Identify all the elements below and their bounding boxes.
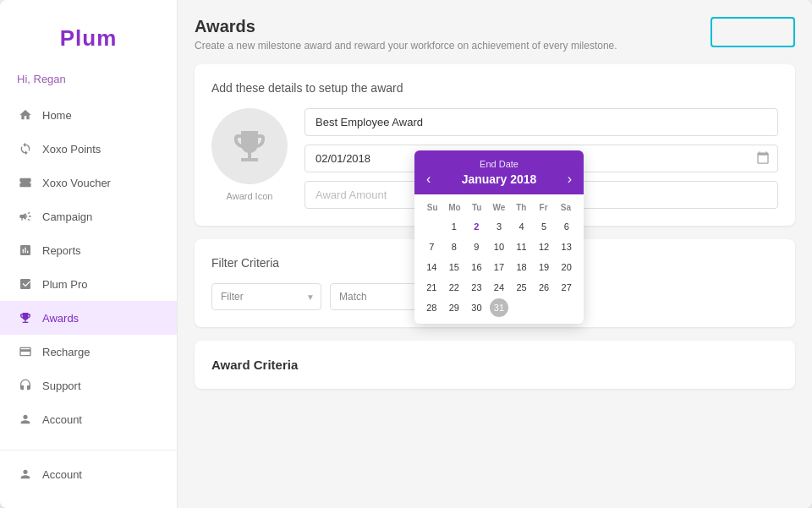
recharge-icon [17, 343, 34, 360]
cal-day-11[interactable]: 11 [513, 238, 531, 256]
cal-day-15[interactable]: 15 [445, 258, 464, 276]
sidebar-nav: Home Xoxo Points Xoxo Voucher Campaign [0, 98, 177, 450]
cal-day-5[interactable]: 5 [535, 217, 553, 236]
calendar-popup: End Date ‹ January 2018 › Su Mo T [414, 150, 584, 324]
calendar-icon[interactable] [756, 150, 770, 167]
cal-day-30[interactable]: 30 [467, 298, 486, 317]
cal-day-27[interactable]: 27 [557, 278, 576, 297]
sidebar-item-account-nav[interactable]: Account [0, 402, 177, 436]
sidebar-item-reports-label: Reports [42, 244, 81, 257]
award-fields: End Date ‹ January 2018 › Su Mo T [304, 108, 778, 209]
cal-day-31[interactable]: 31 [490, 298, 508, 317]
campaign-icon [17, 208, 34, 225]
sidebar-item-support-label: Support [42, 380, 81, 392]
cal-day-12[interactable]: 12 [535, 238, 553, 256]
cal-day-24[interactable]: 24 [490, 278, 508, 297]
calendar-prev-button[interactable]: ‹ [421, 172, 436, 186]
cal-day-4[interactable]: 4 [513, 217, 531, 236]
calendar-header-label: End Date [421, 159, 577, 169]
filter-select-wrapper: Filter ▼ [211, 283, 321, 310]
calendar-header: End Date ‹ January 2018 › [414, 150, 584, 194]
calendar-days: 1 2 3 4 5 6 7 8 9 10 11 [421, 217, 577, 317]
account-bottom-icon [17, 466, 34, 483]
day-tu: Tu [466, 201, 488, 214]
cal-day-7[interactable]: 7 [422, 238, 441, 256]
sidebar-item-account-bottom-label: Account [42, 468, 82, 481]
cal-day-26[interactable]: 26 [535, 278, 553, 297]
cal-day-19[interactable]: 19 [535, 258, 553, 276]
cal-day-23[interactable]: 23 [467, 278, 486, 297]
award-icon-circle[interactable] [211, 108, 288, 184]
home-icon [17, 107, 34, 123]
cal-day-9[interactable]: 9 [467, 238, 486, 256]
cal-day-8[interactable]: 8 [445, 238, 464, 256]
sidebar: Plum Hi, Regan Home Xoxo Points Xoxo Vou… [0, 0, 178, 508]
day-mo: Mo [443, 201, 465, 214]
cal-day-empty-2 [513, 298, 531, 317]
calendar-next-button[interactable]: › [562, 172, 577, 186]
sidebar-item-home-label: Home [42, 109, 72, 122]
header-button[interactable] [710, 17, 795, 47]
sidebar-item-xoxo-voucher-label: Xoxo Voucher [42, 177, 111, 189]
calendar-body: Su Mo Tu We Th Fr Sa 1 [414, 194, 584, 324]
sidebar-item-campaign[interactable]: Campaign [0, 199, 177, 233]
cal-day-21[interactable]: 21 [422, 278, 441, 297]
cal-day-3[interactable]: 3 [490, 217, 508, 236]
sidebar-item-plum-pro[interactable]: Plum Pro [0, 267, 177, 301]
award-name-input[interactable] [304, 108, 778, 136]
cal-day-16[interactable]: 16 [467, 258, 486, 276]
page-subtitle: Create a new milestone award and reward … [195, 40, 617, 52]
cal-day-29[interactable]: 29 [445, 298, 464, 317]
page-title: Awards [195, 17, 617, 36]
sidebar-item-xoxo-voucher[interactable]: Xoxo Voucher [0, 166, 177, 199]
sidebar-item-recharge[interactable]: Recharge [0, 335, 177, 369]
day-sa: Sa [555, 201, 577, 214]
main-content: Awards Create a new milestone award and … [178, 0, 812, 508]
cal-day-18[interactable]: 18 [513, 258, 531, 276]
cal-day-20[interactable]: 20 [557, 258, 576, 276]
sidebar-bottom: Account [0, 450, 177, 491]
cal-day-empty-3 [535, 298, 553, 317]
page-title-block: Awards Create a new milestone award and … [195, 17, 617, 52]
cal-day-28[interactable]: 28 [422, 298, 441, 317]
reports-icon [17, 242, 34, 259]
sidebar-item-awards[interactable]: Awards [0, 301, 177, 335]
cal-day-empty-1 [422, 217, 441, 236]
award-setup-card: Add these details to setup the award Awa… [195, 64, 795, 226]
day-su: Su [421, 201, 443, 214]
cal-day-1[interactable]: 1 [445, 217, 464, 236]
sidebar-item-recharge-label: Recharge [42, 346, 90, 358]
filter-select[interactable]: Filter [211, 283, 321, 310]
sidebar-item-reports[interactable]: Reports [0, 233, 177, 267]
account-nav-icon [17, 411, 34, 428]
sidebar-item-xoxo-points-label: Xoxo Points [42, 143, 101, 156]
award-icon-label: Award Icon [227, 191, 273, 201]
app-logo: Plum [0, 17, 177, 68]
support-icon [17, 377, 34, 394]
cal-day-13[interactable]: 13 [557, 238, 576, 256]
day-th: Th [510, 201, 532, 214]
sidebar-item-account-bottom[interactable]: Account [0, 457, 177, 491]
cal-day-2[interactable]: 2 [467, 217, 486, 236]
award-icon-container: Award Icon [211, 108, 288, 201]
day-we: We [488, 201, 510, 214]
day-fr: Fr [532, 201, 554, 214]
plum-pro-icon [17, 276, 34, 292]
sidebar-greeting: Hi, Regan [0, 68, 177, 98]
awards-icon [17, 309, 34, 326]
sidebar-item-campaign-label: Campaign [42, 210, 92, 223]
sidebar-item-home[interactable]: Home [0, 98, 177, 132]
calendar-nav: ‹ January 2018 › [421, 172, 577, 186]
cal-day-25[interactable]: 25 [513, 278, 531, 297]
sidebar-item-xoxo-points[interactable]: Xoxo Points [0, 132, 177, 166]
award-criteria-title: Award Criteria [211, 358, 778, 372]
cal-day-22[interactable]: 22 [445, 278, 464, 297]
cal-day-empty-4 [557, 298, 576, 317]
cal-day-10[interactable]: 10 [490, 238, 508, 256]
cal-day-14[interactable]: 14 [422, 258, 441, 276]
xoxo-voucher-icon [17, 174, 34, 191]
sidebar-item-support[interactable]: Support [0, 369, 177, 402]
xoxo-points-icon [17, 140, 34, 157]
cal-day-17[interactable]: 17 [490, 258, 508, 276]
cal-day-6[interactable]: 6 [557, 217, 576, 236]
